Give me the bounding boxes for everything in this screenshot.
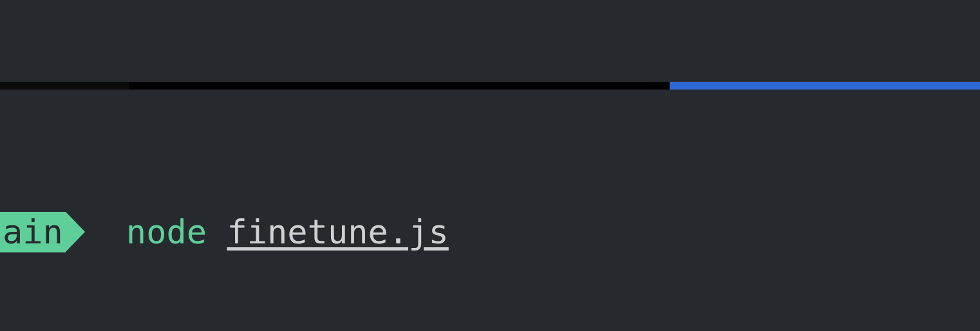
git-branch-badge: ain bbox=[0, 212, 66, 252]
command-runtime: node bbox=[126, 213, 207, 251]
spacer bbox=[207, 213, 227, 251]
titlebar-right-segment bbox=[670, 82, 980, 90]
git-branch-text: ain bbox=[3, 213, 63, 251]
titlebar-mid-segment bbox=[129, 82, 670, 90]
command-file: finetune.js bbox=[227, 213, 448, 251]
prompt-line: ain node finetune.js bbox=[0, 212, 980, 252]
terminal-viewport[interactable]: ain node finetune.js choices: [ { text: … bbox=[0, 90, 980, 331]
titlebar-left-segment bbox=[0, 82, 129, 90]
titlebar-strip bbox=[0, 82, 980, 90]
